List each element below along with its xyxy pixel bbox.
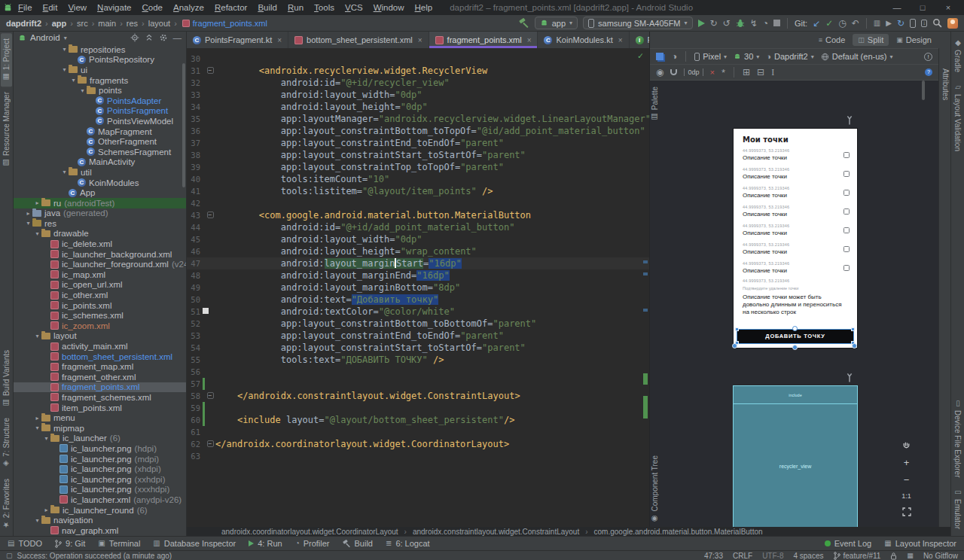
chevron-right-icon[interactable]: ▸ <box>24 210 32 217</box>
preview-list-item[interactable]: 44.9999373, 53.219346Описание точки <box>734 145 857 164</box>
hide-panel-icon[interactable]: — <box>173 33 182 42</box>
close-icon[interactable]: × <box>418 36 423 44</box>
blueprint-preview[interactable]: include recycler_view <box>734 386 857 527</box>
add-point-button-preview[interactable]: ДОБАВИТЬ ТОЧКУ <box>737 330 853 343</box>
tool-window-button-build[interactable]: Build <box>343 539 373 548</box>
blueprint-include-region[interactable]: include <box>734 386 857 404</box>
code-line[interactable]: 40 tools:itemCount="10" <box>187 173 649 185</box>
menu-code[interactable]: Code <box>137 3 169 12</box>
preview-item-checkbox[interactable] <box>844 171 850 177</box>
code-line[interactable]: 37 app:layout_constraintEnd_toEndOf="par… <box>187 137 649 149</box>
avd-manager-icon[interactable]: ▶ <box>886 20 892 27</box>
editor-tab[interactable]: bottom_sheet_persistent.xml× <box>288 32 429 48</box>
apply-code-changes-icon[interactable]: ↺ <box>723 18 731 29</box>
preview-list-item[interactable]: 44.9999373, 53.219346Описание точки <box>734 258 857 277</box>
code-line[interactable]: 63 <box>187 450 649 462</box>
editor-tab[interactable]: CPointsFragment.kt× <box>187 32 288 48</box>
menu-refactor[interactable]: Refactor <box>209 3 252 12</box>
tool-window-button-event-log[interactable]: Event Log <box>825 539 872 548</box>
tree-item[interactable]: ▾mipmap <box>14 423 186 434</box>
tool-window-button-terminal[interactable]: ▣Terminal <box>98 539 140 548</box>
infer-constraints-icon[interactable]: * <box>721 68 725 78</box>
tool-window-button-database-inspector[interactable]: ▥Database Inspector <box>153 539 236 548</box>
chevron-down-icon[interactable]: ▾ <box>33 425 41 431</box>
code-line[interactable]: 36 app:layout_constraintBottom_toTopOf="… <box>187 125 649 137</box>
preview-list-item[interactable]: 44.9999373, 53.219346Описание точки <box>734 239 857 258</box>
design-scrollbar[interactable] <box>922 81 925 100</box>
device-manager-icon[interactable] <box>910 19 916 28</box>
code-line[interactable]: 44 android:id="@+id/add_point_material_b… <box>187 221 649 233</box>
design-preview[interactable]: Мои точки 44.9999373, 53.219346Описание … <box>734 129 857 348</box>
tree-item[interactable]: CKoinModules <box>14 178 186 188</box>
tool-window-button-layout-inspector[interactable]: ▦Layout Inspector <box>884 539 956 548</box>
caret-position[interactable]: 47:33 <box>704 552 723 560</box>
tree-item[interactable]: ▾res <box>14 218 186 229</box>
close-button[interactable]: × <box>935 3 961 12</box>
tree-item[interactable]: ic_delete.xml <box>14 239 186 249</box>
code-editor[interactable]: 3031− <androidx.recyclerview.widget.Recy… <box>187 48 649 527</box>
tree-item[interactable]: CApp <box>14 187 186 198</box>
constraint-anchor-bottom-center[interactable] <box>792 345 798 350</box>
tree-item[interactable]: ▸java(generated) <box>14 208 186 219</box>
preview-item-checkbox[interactable] <box>844 152 850 158</box>
code-line[interactable]: 52 app:layout_constraintBottom_toBottomO… <box>187 318 649 330</box>
debug-bug-icon[interactable] <box>736 18 745 28</box>
device-select[interactable]: samsung SM-A405FM▾ <box>583 17 692 29</box>
tree-item[interactable]: CMapFragment <box>14 126 186 137</box>
code-line[interactable]: 35 app:layoutManager="androidx.recyclerv… <box>187 113 649 125</box>
tree-item[interactable]: ▾ic_launcher(6) <box>14 434 186 444</box>
menu-build[interactable]: Build <box>252 3 282 12</box>
menu-edit[interactable]: Edit <box>38 3 63 12</box>
menu-tools[interactable]: Tools <box>309 3 340 12</box>
tool-stripe-gradle[interactable]: ◆Gradle <box>952 33 963 78</box>
constraint-anchor-bottom-left[interactable] <box>732 343 737 348</box>
tree-item[interactable]: ic_launcher.png(xxhdpi) <box>14 474 186 485</box>
tool-window-button-6-logcat[interactable]: ≣6: Logcat <box>386 539 430 548</box>
tool-stripe-layout-validation[interactable]: ▱Layout Validation <box>952 78 963 157</box>
code-line[interactable]: 59 <box>187 402 649 414</box>
xml-breadcrumb-item[interactable]: com.google.android.material.button.Mater… <box>594 528 763 536</box>
code-line[interactable]: 48 android:layout_marginEnd="16dp" <box>187 269 649 282</box>
menu-analyze[interactable]: Analyze <box>168 3 209 12</box>
chevron-down-icon[interactable]: ▾ <box>33 333 41 339</box>
chevron-down-icon[interactable]: ▾ <box>78 87 87 94</box>
code-line[interactable]: 46 android:layout_height="wrap_content" <box>187 245 649 257</box>
tree-item[interactable]: ▸ru(androidTest) <box>14 198 186 208</box>
toolwindow-switcher-icon[interactable]: ▢ <box>6 552 13 559</box>
default-margin-control[interactable]: 0dp <box>684 68 703 76</box>
line-ending-indicator[interactable]: CRLF <box>733 552 752 560</box>
tree-item[interactable]: ic_launcher.png(mdpi) <box>14 454 186 464</box>
locale-picker[interactable]: Default (en-us)▾ <box>821 52 893 61</box>
menu-window[interactable]: Window <box>368 3 410 12</box>
code-line[interactable]: 34 android:layout_height="0dp" <box>187 101 649 113</box>
tree-item[interactable]: ic_launcher.png(xxxhdpi) <box>14 485 186 495</box>
tree-item[interactable]: CPointsRepository <box>14 55 186 65</box>
tree-item[interactable]: ▸menu <box>14 412 186 423</box>
theme-picker[interactable]: ◑Dapdrift2▾ <box>766 52 813 61</box>
tree-item[interactable]: ▾points <box>14 85 186 96</box>
preview-item-checkbox[interactable] <box>844 246 850 252</box>
design-surface-icon[interactable] <box>656 53 664 60</box>
zoom-ratio-label[interactable]: 1:1 <box>901 492 911 500</box>
indent-indicator[interactable]: 4 spaces <box>793 552 823 560</box>
tree-item[interactable]: fragment_other.xml <box>14 372 186 382</box>
constraint-anchor-bottom-right[interactable] <box>852 343 857 348</box>
close-icon[interactable]: × <box>277 36 282 44</box>
code-line[interactable]: 51 android:textColor="@color/white" <box>187 306 649 318</box>
tree-item[interactable]: ic_map.xml <box>14 269 186 280</box>
menu-run[interactable]: Run <box>282 3 309 12</box>
tool-window-button-9-git[interactable]: 9: Git <box>55 539 85 548</box>
tree-item[interactable]: ic_launcher_foreground.xml(v24) <box>14 259 186 269</box>
tool-window-button-profiler[interactable]: ◔Profiler <box>295 539 330 548</box>
code-line[interactable]: 42 <box>187 197 649 209</box>
api-version-picker[interactable]: 30▾ <box>734 52 759 61</box>
chevron-right-icon[interactable]: ▸ <box>33 415 41 422</box>
tree-item[interactable]: ic_launcher.png(hdpi) <box>14 443 186 454</box>
code-line[interactable]: 62−</androidx.coordinatorlayout.widget.C… <box>187 438 649 450</box>
chevron-down-icon[interactable]: ▾ <box>33 517 41 524</box>
preview-item-checkbox[interactable] <box>844 208 850 215</box>
code-line[interactable]: 49 android:layout_marginBottom="8dp" <box>187 282 649 294</box>
inspections-ok-icon[interactable]: ✓ <box>638 50 643 61</box>
tree-item[interactable]: COtherFragment <box>14 136 186 147</box>
menu-view[interactable]: View <box>63 3 92 12</box>
